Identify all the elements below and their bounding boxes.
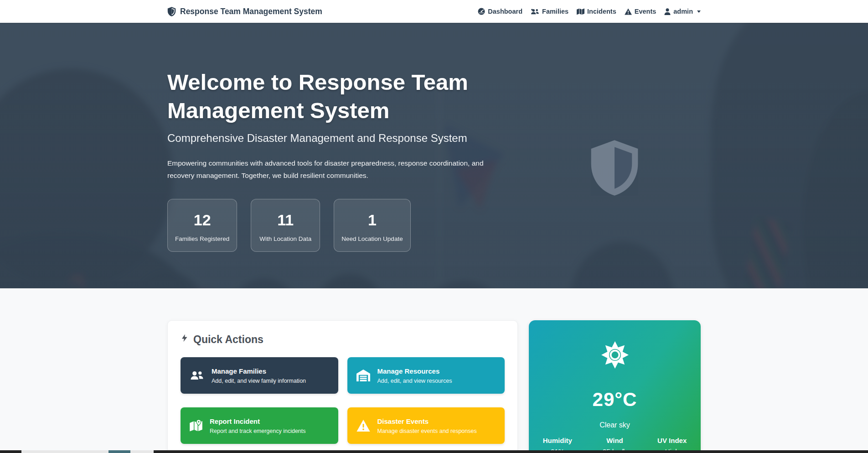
weather-widget: 29°C Clear sky Humidity 61% Wind 25 km/h… — [529, 320, 701, 453]
families-icon — [531, 8, 539, 15]
shield-icon — [167, 7, 176, 16]
nav-item-families[interactable]: Families — [531, 8, 568, 15]
weather-condition: Clear sky — [529, 421, 701, 429]
stat-value: 12 — [175, 211, 229, 229]
incidents-icon — [577, 8, 584, 15]
quick-actions-title: Quick Actions — [193, 333, 264, 346]
action-manage-families[interactable]: Manage Families Add, edit, and view fami… — [181, 357, 338, 394]
brand-title: Response Team Management System — [180, 7, 322, 16]
action-disaster-events[interactable]: Disaster Events Manage disaster events a… — [347, 407, 505, 444]
events-icon — [625, 8, 632, 15]
user-icon — [664, 8, 671, 15]
app-screen: Response Team Management System Dashboar… — [0, 0, 868, 453]
warning-icon — [356, 420, 377, 432]
nav-item-admin[interactable]: admin — [664, 8, 701, 15]
hero-title: Welcome to Response Team Management Syst… — [167, 68, 482, 125]
hero-subtitle: Comprehensive Disaster Management and Re… — [167, 132, 701, 145]
nav-links: Dashboard Families — [478, 8, 701, 15]
warehouse-icon — [356, 370, 377, 381]
nav-item-dashboard[interactable]: Dashboard — [478, 8, 522, 15]
actions-grid: Manage Families Add, edit, and view fami… — [181, 357, 505, 444]
map-marked-icon — [190, 420, 210, 432]
stat-label: Families Registered — [175, 235, 229, 242]
users-icon — [190, 370, 212, 381]
stat-card-with-location: 11 With Location Data — [251, 199, 320, 252]
bottom-edge-bar — [0, 450, 868, 453]
hero-stats: 12 Families Registered 11 With Location … — [167, 199, 701, 252]
top-navbar: Response Team Management System Dashboar… — [0, 0, 868, 23]
main-section: Quick Actions Manag — [0, 288, 868, 453]
stat-card-families-registered: 12 Families Registered — [167, 199, 237, 252]
stat-label: With Location Data — [258, 235, 312, 242]
quick-actions-card: Quick Actions Manag — [167, 320, 518, 453]
nav-item-events[interactable]: Events — [625, 8, 656, 15]
stat-value: 11 — [258, 211, 312, 229]
action-manage-resources[interactable]: Manage Resources Add, edit, and view res… — [347, 357, 505, 394]
action-report-incident[interactable]: Report Incident Report and track emergen… — [181, 407, 338, 444]
hero-section: Welcome to Response Team Management Syst… — [0, 23, 868, 288]
hero-description: Empowering communities with advanced too… — [167, 157, 502, 182]
stat-value: 1 — [341, 211, 403, 229]
stat-label: Need Location Update — [341, 235, 403, 242]
brand[interactable]: Response Team Management System — [167, 7, 322, 16]
nav-item-incidents[interactable]: Incidents — [577, 8, 616, 15]
weather-temperature: 29°C — [529, 389, 701, 411]
sun-icon — [529, 340, 701, 371]
bolt-icon — [181, 333, 189, 346]
chevron-down-icon — [697, 10, 701, 13]
stat-card-need-update: 1 Need Location Update — [334, 199, 410, 252]
dashboard-icon — [478, 8, 485, 15]
